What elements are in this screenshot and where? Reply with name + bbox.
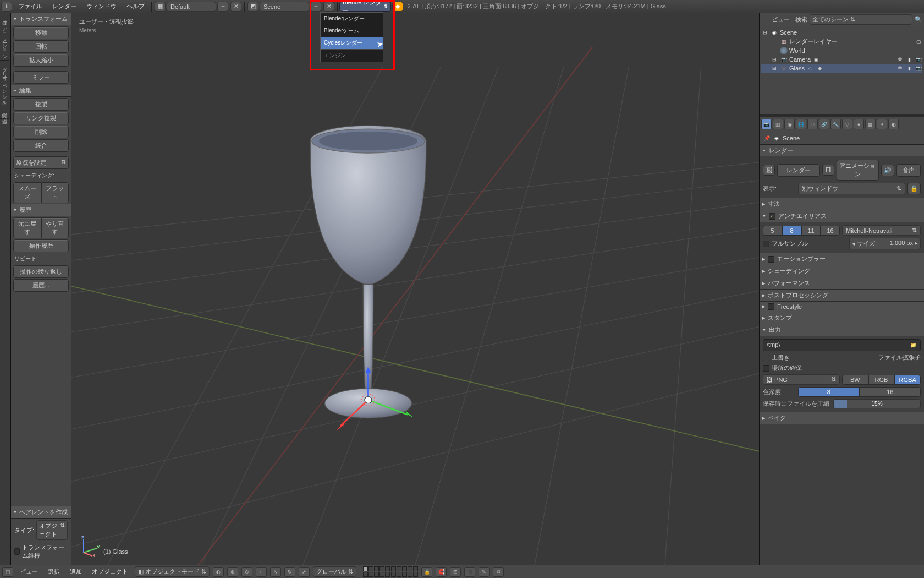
aa-11-button[interactable]: 11 bbox=[801, 226, 821, 236]
eye-icon[interactable]: 👁 bbox=[896, 64, 904, 72]
dimensions-panel-header[interactable]: ▶寸法 bbox=[760, 198, 924, 210]
motionblur-checkbox[interactable] bbox=[768, 256, 774, 263]
pin-icon[interactable]: 📌 bbox=[763, 134, 771, 142]
aa-8-button[interactable]: 8 bbox=[782, 226, 801, 236]
engine-option-blender-render[interactable]: Blenderレンダー bbox=[321, 13, 383, 25]
aa-filter-dropdown[interactable]: Mitchell-Netravali⇅ bbox=[842, 225, 921, 236]
shading-panel-header[interactable]: ▶シェーディング bbox=[760, 265, 924, 277]
antialias-panel-header[interactable]: ▼アンチエイリアス bbox=[760, 210, 924, 222]
render-tab-icon[interactable]: 📷 bbox=[761, 119, 772, 129]
antialias-checkbox[interactable] bbox=[769, 213, 776, 220]
breadcrumb-scene[interactable]: Scene bbox=[783, 135, 800, 141]
display-dropdown[interactable]: 別ウィンドウ⇅ bbox=[798, 183, 905, 194]
render-vis-icon[interactable]: 📷 bbox=[915, 64, 922, 72]
undo-history-button[interactable]: 操作履歴 bbox=[13, 239, 69, 252]
data-tab-icon[interactable]: ▽ bbox=[842, 119, 853, 129]
duplicate-button[interactable]: 複製 bbox=[13, 98, 69, 111]
render-audio-button[interactable]: 音声 bbox=[897, 164, 921, 177]
disclosure-icon[interactable]: ⊟ bbox=[761, 29, 769, 36]
engine-option-blender-game[interactable]: Blenderゲーム bbox=[321, 25, 383, 37]
redo-button[interactable]: やり直す bbox=[41, 217, 69, 238]
manipulator-scale-icon[interactable]: ⤢ bbox=[299, 567, 310, 577]
world-tab-icon[interactable]: 🌐 bbox=[796, 119, 806, 129]
snap-icon[interactable]: 🧲 bbox=[436, 567, 447, 577]
folder-icon[interactable]: 📁 bbox=[909, 341, 917, 349]
edit-panel-header[interactable]: ▼編集 bbox=[11, 85, 71, 97]
aa-16-button[interactable]: 16 bbox=[821, 226, 840, 236]
pivot-align-icon[interactable]: ⊙ bbox=[241, 567, 252, 577]
join-button[interactable]: 統合 bbox=[13, 139, 69, 152]
shade-smooth-button[interactable]: スムーズ bbox=[13, 182, 41, 203]
manipulator-icon[interactable]: ↔ bbox=[256, 567, 267, 577]
color-rgba-button[interactable]: RGBA bbox=[894, 375, 921, 385]
glass-node[interactable]: Glass bbox=[789, 65, 805, 72]
mirror-button[interactable]: ミラー bbox=[13, 71, 69, 84]
lock-ui-icon[interactable]: 🔒 bbox=[908, 183, 921, 194]
overwrite-checkbox[interactable] bbox=[763, 355, 769, 361]
disclosure-icon[interactable]: · bbox=[771, 38, 778, 46]
render-preview-icon[interactable]: 🎥 bbox=[464, 567, 475, 577]
layout-name-field[interactable]: Default bbox=[167, 2, 216, 12]
cursor-icon[interactable]: ▮ bbox=[905, 64, 913, 72]
view-menu[interactable]: ビュー bbox=[16, 568, 41, 576]
eye-icon[interactable]: 👁 bbox=[896, 56, 904, 63]
shading-mode-icon[interactable]: ◐ bbox=[213, 567, 224, 577]
aa-5-button[interactable]: 5 bbox=[763, 226, 782, 236]
pivot-icon[interactable]: ⊕ bbox=[227, 567, 238, 577]
layout-add-icon[interactable]: ＋ bbox=[217, 2, 228, 12]
scene-remove-icon[interactable]: ✕ bbox=[323, 2, 334, 12]
mode-dropdown[interactable]: ◧ オブジェクトモード ⇅ bbox=[135, 566, 210, 577]
stamp-panel-header[interactable]: ▶スタンプ bbox=[760, 312, 924, 324]
outliner-editor-icon[interactable]: ≣ bbox=[761, 16, 766, 23]
scene-add-icon[interactable]: ＋ bbox=[310, 2, 321, 12]
material-tab-icon[interactable]: ● bbox=[854, 119, 864, 129]
color-rgb-button[interactable]: RGB bbox=[868, 375, 895, 385]
scene-node[interactable]: Scene bbox=[780, 29, 797, 36]
layer-buttons[interactable] bbox=[363, 566, 418, 577]
camera-node[interactable]: Camera bbox=[789, 56, 811, 63]
performance-panel-header[interactable]: ▶パフォーマンス bbox=[760, 277, 924, 289]
engine-option-cycles[interactable]: Cyclesレンダー bbox=[321, 37, 383, 49]
menu-help[interactable]: ヘルプ bbox=[122, 2, 150, 10]
history-list-button[interactable]: 履歴... bbox=[13, 279, 69, 292]
tab-animation[interactable]: アニメーション bbox=[0, 20, 9, 61]
render-panel-header[interactable]: ▼レンダー bbox=[760, 145, 924, 156]
scene-tab-icon[interactable]: ◉ bbox=[784, 119, 795, 129]
3dview-editor-icon[interactable]: ◫ bbox=[2, 567, 13, 577]
color-bw-button[interactable]: BW bbox=[842, 375, 868, 385]
render-button[interactable]: レンダー bbox=[777, 164, 820, 177]
repeat-last-button[interactable]: 操作の繰り返し bbox=[13, 265, 69, 278]
parent-panel-header[interactable]: ▼ペアレントを作成 bbox=[11, 506, 71, 519]
move-button[interactable]: 移動 bbox=[13, 26, 69, 39]
file-format-dropdown[interactable]: 🖼 PNG⇅ bbox=[763, 374, 840, 385]
object-menu[interactable]: オブジェクト bbox=[89, 568, 131, 576]
render-anim-button[interactable]: アニメーション bbox=[837, 160, 879, 181]
orientation-dropdown[interactable]: グローバル ⇅ bbox=[313, 566, 356, 577]
bake-panel-header[interactable]: ▶ベイク bbox=[760, 412, 924, 424]
duplicate-linked-button[interactable]: リンク複製 bbox=[13, 112, 69, 124]
select-menu[interactable]: 選択 bbox=[45, 568, 63, 576]
menu-render[interactable]: レンダー bbox=[47, 2, 81, 10]
filter-size-field[interactable]: ◂ サイズ:1.000 px ▸ bbox=[849, 238, 921, 249]
add-menu[interactable]: 追加 bbox=[67, 568, 85, 576]
physics-tab-icon[interactable]: ◐ bbox=[888, 119, 899, 129]
particles-tab-icon[interactable]: ✦ bbox=[877, 119, 887, 129]
history-panel-header[interactable]: ▼履歴 bbox=[11, 204, 71, 216]
disclosure-icon[interactable]: · bbox=[771, 47, 778, 54]
placeholders-checkbox[interactable] bbox=[763, 365, 769, 372]
scale-button[interactable]: 拡大縮小 bbox=[13, 54, 69, 67]
snap-target-icon[interactable]: ⊞ bbox=[450, 567, 461, 577]
object-tab-icon[interactable]: □ bbox=[807, 119, 818, 129]
scene-browse-icon[interactable]: ◩ bbox=[248, 2, 258, 12]
copy-icon[interactable]: ⧉ bbox=[493, 567, 504, 577]
render-engine-dropdown[interactable]: Blenderレンダー ⇅ bbox=[339, 2, 391, 12]
lock-camera-icon[interactable]: 🔒 bbox=[421, 567, 432, 577]
fullsample-checkbox[interactable] bbox=[763, 241, 769, 247]
3d-viewport[interactable]: ユーザー・透視投影 Meters (1) Glass z y x bbox=[72, 13, 759, 565]
info-editor-icon[interactable]: ℹ bbox=[1, 2, 12, 12]
menu-file[interactable]: ファイル bbox=[13, 2, 47, 10]
world-node[interactable]: World bbox=[789, 47, 805, 54]
audio-icon[interactable]: 🔊 bbox=[881, 165, 894, 176]
outliner-view-menu[interactable]: ビュー bbox=[768, 15, 793, 24]
texture-tab-icon[interactable]: ▦ bbox=[865, 119, 876, 129]
